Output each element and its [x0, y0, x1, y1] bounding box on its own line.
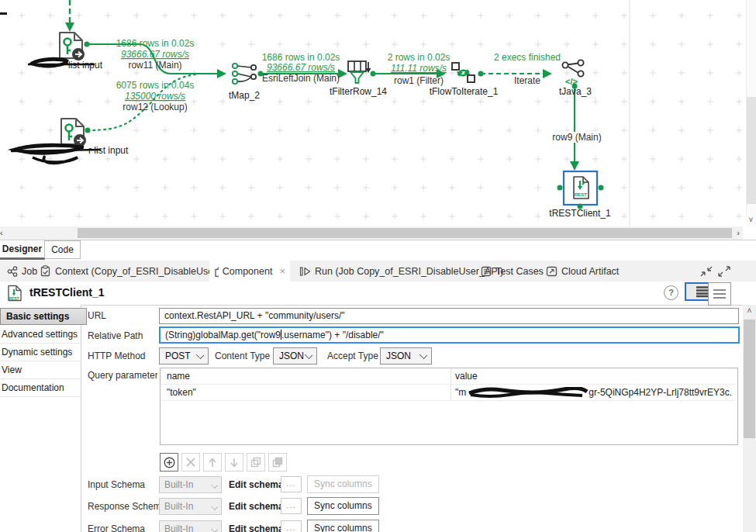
settings-sidebar: Basic settings Advanced settings Dynamic… — [0, 305, 81, 532]
canvas-scroll-left-button[interactable]: ‹ — [0, 226, 8, 240]
component-label: tMap_2 — [229, 90, 260, 101]
svg-text:row12 (Lookup): row12 (Lookup) — [123, 102, 187, 112]
edit-schema-button[interactable]: ... — [281, 476, 302, 492]
sidebar-item-basic-settings[interactable]: Basic settings — [0, 308, 87, 325]
cloud-artifact-icon — [546, 266, 558, 277]
sidebar-item-advanced-settings[interactable]: Advanced settings — [0, 326, 81, 344]
error-schema-type-select[interactable]: Built-In — [159, 520, 222, 532]
sync-columns-button[interactable]: Sync columns — [307, 497, 379, 515]
paste-icon — [272, 457, 283, 468]
tab-component[interactable]: Component × — [209, 261, 290, 282]
input-schema-type-select[interactable]: Built-In — [159, 476, 222, 493]
test-cases-icon — [481, 266, 492, 277]
horizontal-layout-toggle[interactable] — [708, 282, 731, 306]
delete-row-button[interactable] — [181, 453, 200, 472]
relative-path-text-after: .username") + "/disable/" — [281, 330, 384, 340]
select-value: Built-In — [164, 523, 193, 532]
relative-path-label: Relative Path — [88, 330, 143, 341]
svg-text:2 rows in 0.02s: 2 rows in 0.02s — [388, 52, 450, 63]
canvas-grid — [0, 0, 746, 226]
component-header: REST tRESTClient_1 ? — [0, 282, 756, 306]
svg-text:Iterate: Iterate — [514, 75, 540, 86]
tab-designer[interactable]: Designer — [0, 240, 45, 260]
select-value: POST — [165, 351, 191, 361]
help-icon[interactable]: ? — [664, 285, 678, 300]
paste-button[interactable] — [268, 453, 287, 472]
tab-label: Cloud Artifact — [561, 266, 619, 277]
close-icon[interactable]: × — [279, 265, 285, 277]
tab-cloud-artifact[interactable]: Cloud Artifact — [541, 261, 623, 282]
query-parameters-table[interactable]: name value "token" "m gr-5QiNGp4H2YP-Lrl… — [160, 368, 738, 445]
context-icon — [40, 265, 51, 277]
canvas-scroll-down-button[interactable]: ˅ — [746, 214, 756, 226]
canvas-vscrollbar-thumb[interactable] — [747, 97, 756, 204]
sidebar-item-documentation[interactable]: Documentation — [0, 379, 81, 397]
sparse-list-icon — [713, 288, 727, 300]
relative-path-text-before: (String)globalMap.get("row9 — [165, 330, 281, 340]
url-label: URL — [88, 310, 106, 321]
svg-text:93666.67 rows/s: 93666.67 rows/s — [267, 62, 335, 73]
select-value: Built-In — [164, 479, 193, 490]
chevron-down-icon — [419, 351, 427, 359]
value-scribble — [466, 387, 589, 398]
tab-label: Component — [223, 266, 273, 277]
url-input[interactable]: context.RestAPI_URL + "community/users/" — [159, 308, 739, 324]
edit-schema-label: Edit schema — [229, 479, 284, 490]
canvas-hscrollbar-thumb[interactable] — [78, 228, 732, 238]
tab-test-cases[interactable]: Test Cases — [476, 261, 548, 282]
copy-button[interactable] — [247, 453, 265, 472]
component-label: tFilterRow_14 — [330, 86, 387, 97]
run-icon — [299, 266, 311, 277]
svg-text:2 execs finished: 2 execs finished — [494, 52, 561, 63]
edit-schema-button[interactable]: ... — [281, 520, 302, 532]
chevron-down-icon — [211, 482, 218, 489]
edit-schema-label: Edit schema — [229, 501, 284, 512]
value-text-suffix: gr-5QiNGp4H2YP-Lrlj78tt9vrEY3c... — [589, 387, 733, 398]
flow-row1-label: 2 rows in 0.02s 111.11 rows/s row1 (Filt… — [388, 52, 450, 86]
add-row-button[interactable] — [160, 453, 178, 472]
arrow-down-icon — [230, 458, 239, 468]
header-divider — [161, 384, 736, 385]
move-up-button[interactable] — [203, 453, 222, 472]
chevron-down-icon — [305, 351, 312, 359]
canvas-scroll-right-button[interactable]: › — [734, 226, 743, 240]
canvas-svg: list input r list input — [0, 0, 746, 226]
trestclient-icon: REST — [574, 177, 589, 199]
sidebar-item-dynamic-settings[interactable]: Dynamic settings — [0, 344, 81, 361]
flow-row12-label: 6075 rows in 0.04s 135000 rows/s row12 (… — [116, 80, 195, 112]
param-name-cell[interactable]: "token" — [167, 387, 196, 398]
sync-columns-button[interactable]: Sync columns — [307, 520, 379, 532]
accept-type-select[interactable]: JSON — [380, 347, 432, 364]
tab-code[interactable]: Code — [45, 240, 81, 259]
maximize-panel-icon[interactable] — [718, 266, 730, 277]
panel-vscrollbar-thumb[interactable] — [744, 320, 755, 438]
error-schema-label: Error Schema — [88, 523, 145, 532]
move-down-button[interactable] — [225, 453, 243, 472]
sync-columns-button[interactable]: Sync columns — [307, 475, 379, 493]
talend-studio-window: list input r list input — [0, 0, 756, 532]
select-value: Built-In — [164, 501, 193, 512]
response-schema-type-select[interactable]: Built-In — [159, 498, 222, 515]
trestclient-header-icon: REST — [6, 285, 23, 302]
job-icon — [7, 266, 18, 277]
value-text-prefix: "m — [455, 387, 466, 398]
rest-label: REST — [575, 192, 587, 197]
tab-label: Run (Job Copy_of_ESRI_DisableUser_API) — [315, 266, 503, 277]
param-value-cell[interactable]: "m gr-5QiNGp4H2YP-Lrlj78tt9vrEY3c... — [455, 386, 733, 399]
relative-path-input[interactable]: (String)globalMap.get("row9.username") +… — [159, 326, 740, 344]
job-design-canvas[interactable]: list input r list input — [0, 0, 746, 226]
component-label: r list input — [88, 145, 129, 156]
svg-text:row1 (Filter): row1 (Filter) — [394, 75, 444, 86]
restore-panel-icon[interactable] — [700, 266, 713, 277]
edit-schema-label: Edit schema — [229, 523, 284, 532]
panel-tab-strip: Job Context (Copy_of_ESRI_DisableUser_AP… — [0, 261, 756, 282]
arrow-up-icon — [208, 458, 217, 468]
content-type-select[interactable]: JSON — [273, 347, 317, 364]
sidebar-item-view[interactable]: View — [0, 361, 81, 379]
flow-row9-label: row9 (Main) — [551, 132, 602, 143]
component-label: tFlowToIterate_1 — [430, 86, 499, 97]
panel-scroll-up-button[interactable]: ˄ — [743, 305, 756, 318]
edit-schema-button[interactable]: ... — [281, 498, 302, 514]
http-method-label: HTTP Method — [88, 351, 145, 361]
http-method-select[interactable]: POST — [159, 347, 209, 364]
